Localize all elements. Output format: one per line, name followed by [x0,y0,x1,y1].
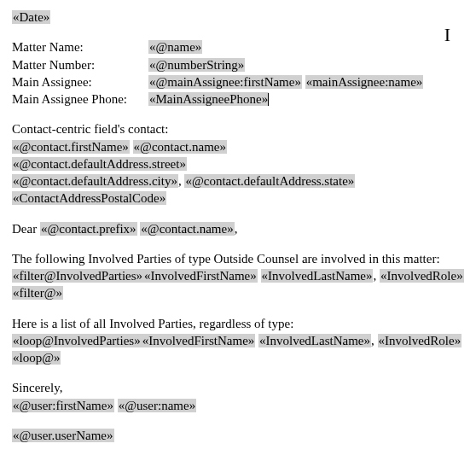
assignee-phone-label: Main Assignee Phone: [12,90,148,108]
main-assignee-label: Main Assignee: [12,73,148,90]
matter-name-label: Matter Name: [12,38,148,55]
assignee-phone-field: «MainAssigneePhone» [148,92,269,106]
assignee-last-field: «mainAssignee:name» [305,75,424,89]
date-merge-field: «Date» [12,10,50,24]
contact-heading: Contact-centric field's contact: [12,120,464,137]
salutation-comma: , [235,222,238,236]
loop-sep: , [371,334,378,347]
loop-open-field: «loop@InvolvedParties» [12,334,142,347]
matter-number-field: «@numberString» [148,58,245,72]
loop-close-field: «loop@» [12,351,61,365]
filter-block: The following Involved Parties of type O… [12,250,464,302]
loop-block: Here is a list of all Involved Parties, … [12,315,464,367]
salutation-name-field: «@contact.name» [140,222,234,236]
contact-block: Contact-centric field's contact: «@conta… [12,120,464,207]
filter-role-field: «InvolvedRole» [380,269,464,283]
filter-first-field: «InvolvedFirstName» [143,269,258,283]
username-line: «@user.userName» [12,427,464,444]
dear-text: Dear [12,222,40,236]
contact-first-field: «@contact.firstName» [12,140,130,154]
sincerely-text: Sincerely, [12,379,464,396]
contact-city-field: «@contact.defaultAddress.city» [12,174,178,188]
matter-name-field: «@name» [148,40,202,54]
text-cursor-caret-icon: I [444,22,450,48]
user-first-field: «@user:firstName» [12,399,114,412]
filter-open-field: «filter@InvolvedParties» [12,269,143,283]
contact-street-field: «@contact.defaultAddress.street» [12,157,187,171]
salutation-prefix-field: «@contact.prefix» [40,222,137,236]
salutation-line: Dear «@contact.prefix» «@contact.name», [12,220,464,237]
user-username-field: «@user.userName» [12,429,114,442]
user-name-field: «@user:name» [118,399,196,412]
loop-first-field: «InvolvedFirstName» [142,334,256,347]
loop-last-field: «InvolvedLastName» [258,334,371,347]
contact-name-field: «@contact.name» [133,140,227,154]
loop-intro: Here is a list of all Involved Parties, … [12,315,464,332]
matter-block: Matter Name: «@name» Matter Number: «@nu… [12,38,464,108]
insertion-caret-icon [268,93,269,106]
date-line: «Date» [12,9,464,26]
contact-state-field: «@contact.defaultAddress.state» [184,174,355,188]
filter-last-field: «InvolvedLastName» [261,269,374,283]
closing-block: Sincerely, «@user:firstName» «@user:name… [12,379,464,414]
contact-postal-field: «ContactAddressPostalCode» [12,191,166,205]
matter-number-label: Matter Number: [12,56,148,73]
filter-intro: The following Involved Parties of type O… [12,250,464,267]
filter-close-field: «filter@» [12,286,63,300]
assignee-first-field: «@mainAssignee:firstName» [148,75,302,89]
loop-role-field: «InvolvedRole» [378,334,462,347]
filter-sep: , [373,269,380,283]
